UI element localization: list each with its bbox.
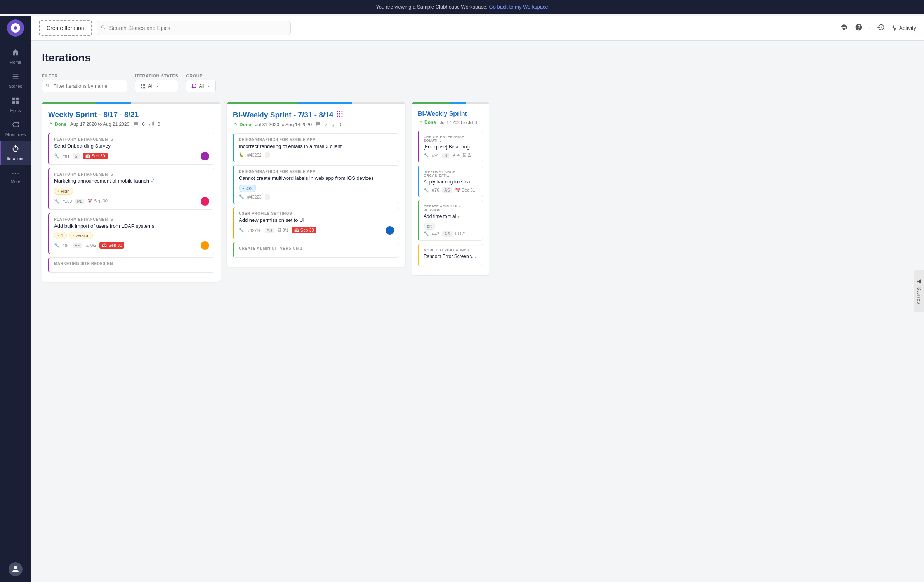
svg-point-19	[339, 111, 340, 112]
points-icon-2	[331, 122, 336, 127]
story-id-s2: #103	[63, 199, 72, 204]
story-section-s9: CREATE ENTERPRISE SOLUTI...	[424, 135, 478, 143]
story-footer-s3: 🔧 #80 AS ☑ 0/2 📅 Sep 30	[54, 241, 209, 250]
svg-rect-2	[12, 98, 15, 100]
create-iteration-button[interactable]: Create Iteration	[39, 20, 92, 36]
iteration-title-2[interactable]: Bi-Weekly Sprint - 7/31 - 8/14	[233, 110, 399, 119]
sidebar-item-stories[interactable]: Stories	[0, 68, 31, 92]
separator: ·	[869, 24, 871, 32]
activity-button[interactable]: Activity	[891, 25, 916, 31]
bug-icon-s5: 🐛	[239, 152, 244, 157]
story-date-s3: 📅 Sep 30	[99, 242, 124, 249]
status-done-1: Done	[48, 122, 66, 127]
sidebar-item-milestones[interactable]: Milestones	[0, 117, 31, 141]
story-title-s1[interactable]: Send Onboarding Survey	[54, 143, 209, 150]
story-type-s11: AS	[442, 231, 452, 237]
filter-iterations-input[interactable]	[42, 80, 127, 92]
svg-rect-16	[152, 122, 153, 125]
story-card-s1: PLATFORM ENHANCEMENTS Send Onboarding Su…	[48, 133, 214, 165]
header-actions: · Activity	[839, 23, 916, 34]
story-title-s5[interactable]: Incorrect rendering of emails in airmail…	[239, 143, 394, 150]
svg-point-25	[339, 116, 340, 117]
group-filter-group: GROUP All	[186, 73, 215, 92]
tag-1-s3: 1	[54, 232, 67, 239]
wrench-icon-s2: 🔧	[54, 199, 59, 204]
story-type-s1: S	[73, 153, 79, 159]
story-title-s11[interactable]: Add time to trial ✓	[424, 214, 478, 220]
story-footer-s5: 🐛 #43202 I	[239, 152, 394, 158]
svg-point-26	[342, 116, 343, 117]
story-count-icon-2	[316, 122, 321, 128]
svg-point-13	[195, 87, 196, 88]
group-dropdown[interactable]: All	[186, 80, 215, 92]
iteration-column-1: Weekly Sprint - 8/17 - 8/21 Done Aug 17 …	[42, 102, 221, 282]
date-range-1: Aug 17 2020 to Aug 21 2020	[70, 122, 129, 127]
iteration-card-1-body: Weekly Sprint - 8/17 - 8/21 Done Aug 17 …	[42, 104, 221, 282]
story-title-s7[interactable]: Add new permission set to UI	[239, 217, 394, 224]
filter-group: FILTER	[42, 73, 127, 92]
iteration-card-2-body: Bi-Weekly Sprint - 7/31 - 8/14 Done	[227, 104, 405, 267]
svg-point-23	[342, 113, 343, 115]
story-id-s5: #43202	[247, 153, 262, 157]
sidebar-item-more[interactable]: ⋯ More	[0, 165, 31, 188]
svg-point-10	[192, 84, 193, 85]
iteration-title-3[interactable]: Bi-Weekly Sprint	[418, 110, 483, 117]
story-footer-s11: 🔧 #42 AS ☑ 0/1	[424, 231, 478, 237]
banner-link[interactable]: Go back to my Workspace	[489, 4, 548, 10]
story-section-s4: MARKETING SITE REDESIGN	[54, 261, 209, 266]
iteration-states-value: All	[148, 83, 153, 89]
sidebar-item-iterations[interactable]: Iterations	[0, 141, 31, 165]
story-date-s1: 📅 Sep 30	[83, 153, 108, 159]
search-wrapper	[97, 21, 291, 35]
story-title-s12[interactable]: Random Error Screen v...	[424, 254, 478, 260]
bar2-gray	[352, 102, 405, 104]
story-id-s1: #81	[63, 154, 69, 159]
story-footer-s10: 🔧 #76 AS 📅 Dec 31	[424, 187, 478, 193]
story-id-s11: #42	[432, 232, 439, 236]
iteration-states-label: ITERATION STATES	[135, 73, 178, 78]
activity-label: Activity	[899, 25, 916, 31]
epics-icon	[11, 96, 20, 107]
stories-side-toggle[interactable]: ◀ Stories	[914, 270, 924, 312]
story-footer-s1: 🔧 #81 S 📅 Sep 30	[54, 152, 209, 160]
bar-segment-gray	[131, 102, 221, 104]
sidebar-item-home[interactable]: Home	[0, 44, 31, 68]
story-title-s3[interactable]: Add bulk import of users from LDAP syste…	[54, 223, 209, 230]
sidebar-bottom	[9, 562, 23, 582]
story-footer-s9: 🔧 #91 S ★ 4 ☑ 2/	[424, 153, 478, 158]
svg-point-20	[342, 111, 343, 112]
logo-icon	[11, 23, 20, 33]
school-icon-button[interactable]	[839, 23, 849, 34]
status-done-3: Done	[418, 120, 436, 125]
user-avatar[interactable]	[9, 562, 23, 576]
checks-s7: ☑ 0/1	[277, 228, 288, 233]
story-title-s2[interactable]: Marketing announcement of mobile launch …	[54, 178, 209, 185]
toggle-arrow-icon: ◀	[917, 278, 921, 284]
story-section-s1: PLATFORM ENHANCEMENTS	[54, 137, 209, 141]
svg-rect-7	[143, 84, 145, 85]
iteration-card-3-body: Bi-Weekly Sprint Done Jul 17 2020 to Jul…	[412, 104, 489, 275]
filter-search-icon	[45, 83, 50, 89]
home-icon	[11, 48, 20, 59]
sidebar-item-epics[interactable]: Epics	[0, 92, 31, 117]
story-card-s7: USER PROFILE SETTINGS Add new permission…	[233, 207, 399, 239]
story-id-s10: #76	[432, 188, 439, 192]
search-input[interactable]	[97, 21, 291, 35]
story-type-s9: S	[442, 153, 449, 158]
iteration-title-1[interactable]: Weekly Sprint - 8/17 - 8/21	[48, 110, 214, 119]
story-title-s6[interactable]: Cannot create multiword labels in web ap…	[239, 175, 394, 182]
story-card-s10: IMPROVE LARGE ORGANIZATI... Apply tracki…	[418, 166, 483, 197]
story-title-s9[interactable]: [Enterprise] Beta Progr...	[424, 144, 478, 150]
story-card-s3: PLATFORM ENHANCEMENTS Add bulk import of…	[48, 213, 214, 254]
icon-s11: 🔧	[424, 231, 429, 236]
story-title-s10[interactable]: Apply tracking to e-ma...	[424, 179, 478, 185]
iterations-page: Iterations FILTER ITERATION STATES	[31, 41, 924, 582]
help-icon-button[interactable]	[854, 23, 863, 34]
story-type-s5: I	[265, 152, 270, 158]
sidebar-logo[interactable]	[7, 19, 24, 37]
story-card-s6: DESIGN/GRAPHICS FOR MOBILE APP Cannot cr…	[233, 165, 399, 204]
iteration-states-dropdown[interactable]: All	[135, 80, 178, 92]
history-icon-button[interactable]	[876, 23, 886, 34]
story-footer-s2: 🔧 #103 PL 📅 Sep 30	[54, 197, 209, 206]
iteration-column-3: Bi-Weekly Sprint Done Jul 17 2020 to Jul…	[412, 102, 489, 282]
